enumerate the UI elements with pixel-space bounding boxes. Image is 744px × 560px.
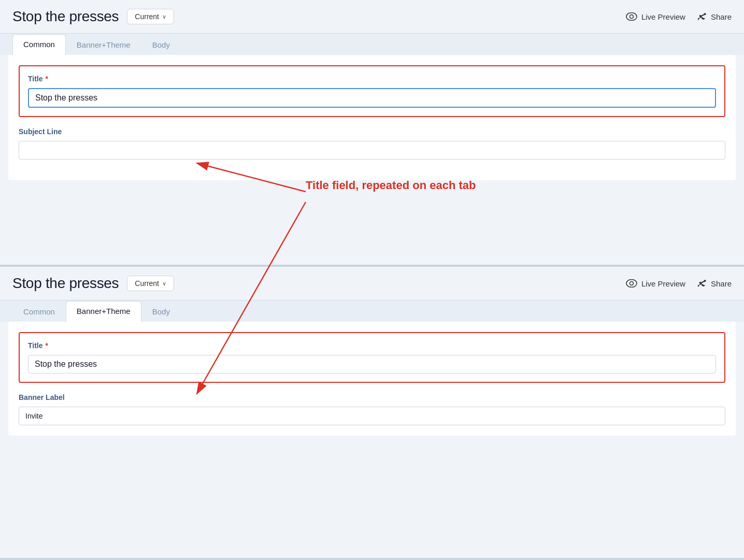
- share-label-1: Share: [711, 12, 732, 21]
- panel-1-content: Title * Subject Line: [8, 55, 736, 180]
- live-preview-label-1: Live Preview: [641, 12, 685, 21]
- version-label-1: Current: [135, 12, 159, 21]
- share-label-2: Share: [711, 279, 732, 288]
- banner-section-2: Banner Label: [19, 393, 725, 425]
- subject-field-label-1: Subject Line: [19, 127, 725, 136]
- share-button-1[interactable]: Share: [698, 12, 732, 21]
- banner-input-2[interactable]: [19, 407, 725, 425]
- share-icon-1: [698, 12, 707, 21]
- svg-point-1: [629, 15, 633, 19]
- panel-2-header: Stop the presses Current ∨ Live Preview …: [0, 267, 744, 300]
- title-field-label-1: Title *: [28, 75, 716, 83]
- live-preview-label-2: Live Preview: [641, 279, 685, 288]
- svg-point-2: [626, 280, 637, 288]
- live-preview-button-1[interactable]: Live Preview: [626, 12, 685, 21]
- panel-2-content: Title * Banner Label: [8, 322, 736, 436]
- share-button-2[interactable]: Share: [698, 279, 732, 288]
- version-dropdown-1[interactable]: Current ∨: [127, 9, 174, 24]
- live-preview-button-2[interactable]: Live Preview: [626, 279, 685, 288]
- tabs-row-2: Common Banner+Theme Body: [0, 300, 744, 322]
- panel-1-header: Stop the presses Current ∨ Live Preview …: [0, 0, 744, 33]
- svg-point-3: [629, 282, 633, 285]
- tab-common-1[interactable]: Common: [12, 34, 66, 55]
- required-star-1: *: [46, 75, 48, 83]
- tab-body-1[interactable]: Body: [141, 35, 181, 55]
- eye-icon-1: [626, 12, 637, 21]
- header-right-1: Live Preview Share: [626, 12, 732, 21]
- title-section-2: Title *: [19, 332, 725, 383]
- panel-1-title: Stop the presses: [12, 8, 119, 25]
- tab-banner-theme-2[interactable]: Banner+Theme: [66, 301, 141, 322]
- header-right-2: Live Preview Share: [626, 279, 732, 288]
- subject-section-1: Subject Line: [19, 127, 725, 160]
- chevron-down-icon-1: ∨: [162, 13, 166, 20]
- panel-2: Stop the presses Current ∨ Live Preview …: [0, 267, 744, 560]
- title-input-1[interactable]: [28, 88, 716, 108]
- tabs-row-1: Common Banner+Theme Body: [0, 33, 744, 55]
- required-star-2: *: [46, 341, 48, 350]
- title-section-1: Title *: [19, 65, 725, 117]
- eye-icon-2: [626, 279, 637, 288]
- version-label-2: Current: [135, 279, 159, 288]
- panel-2-title: Stop the presses: [12, 275, 119, 292]
- tab-common-2[interactable]: Common: [12, 301, 66, 322]
- version-dropdown-2[interactable]: Current ∨: [127, 276, 174, 291]
- title-field-label-2: Title *: [28, 341, 716, 350]
- banner-field-label-2: Banner Label: [19, 393, 725, 401]
- panel-1: Stop the presses Current ∨ Live Preview …: [0, 0, 744, 267]
- svg-point-0: [626, 13, 637, 21]
- subject-input-1[interactable]: [19, 141, 725, 160]
- chevron-down-icon-2: ∨: [162, 280, 166, 287]
- title-input-2[interactable]: [28, 355, 716, 374]
- tab-banner-theme-1[interactable]: Banner+Theme: [66, 35, 141, 55]
- tab-body-2[interactable]: Body: [141, 301, 181, 322]
- share-icon-2: [698, 279, 707, 288]
